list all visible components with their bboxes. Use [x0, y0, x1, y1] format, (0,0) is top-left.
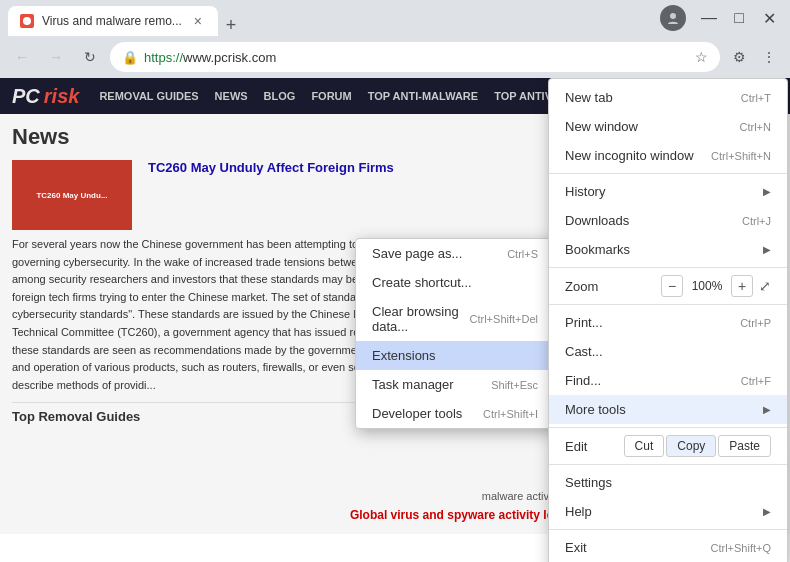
menu-find-shortcut: Ctrl+F [741, 375, 771, 387]
menu-print-label: Print... [565, 315, 603, 330]
extensions-icon[interactable]: ⚙ [726, 44, 752, 70]
article-header-text: TC260 May Unduly Affect Foreign Firms [148, 160, 394, 230]
ctx-task-shortcut: Shift+Esc [491, 379, 538, 391]
nav-forum[interactable]: FORUM [311, 90, 351, 102]
menu-new-window-shortcut: Ctrl+N [740, 121, 771, 133]
site-logo[interactable]: PCrisk [12, 85, 79, 108]
cut-button[interactable]: Cut [624, 435, 665, 457]
menu-print-shortcut: Ctrl+P [740, 317, 771, 329]
menu-zoom-row: Zoom − 100% + ⤢ [549, 271, 787, 301]
logo-pc: PC [12, 85, 40, 108]
ctx-create-shortcut-label: Create shortcut... [372, 275, 472, 290]
ctx-dev-tools-label: Developer tools [372, 406, 462, 421]
ctx-developer-tools[interactable]: Developer tools Ctrl+Shift+I [356, 399, 554, 428]
zoom-controls: − 100% + ⤢ [661, 275, 771, 297]
ctx-clear-browsing[interactable]: Clear browsing data... Ctrl+Shift+Del [356, 297, 554, 341]
menu-bookmarks[interactable]: Bookmarks ▶ [549, 235, 787, 264]
menu-new-tab[interactable]: New tab Ctrl+T [549, 83, 787, 112]
menu-downloads[interactable]: Downloads Ctrl+J [549, 206, 787, 235]
menu-downloads-label: Downloads [565, 213, 629, 228]
url-scheme: https:// [144, 50, 183, 65]
menu-exit[interactable]: Exit Ctrl+Shift+Q [549, 533, 787, 562]
ctx-task-manager[interactable]: Task manager Shift+Esc [356, 370, 554, 399]
ctx-task-manager-label: Task manager [372, 377, 454, 392]
menu-downloads-shortcut: Ctrl+J [742, 215, 771, 227]
menu-bookmarks-arrow: ▶ [763, 244, 771, 255]
article-image: TC260 May Undu... [12, 160, 132, 230]
copy-button[interactable]: Copy [666, 435, 716, 457]
menu-sep-5 [549, 464, 787, 465]
menu-sep-4 [549, 427, 787, 428]
ctx-extensions[interactable]: Extensions [356, 341, 554, 370]
bookmark-star-icon[interactable]: ☆ [695, 49, 708, 65]
zoom-out-button[interactable]: − [661, 275, 683, 297]
logo-risk: risk [44, 85, 80, 108]
ctx-clear-browsing-label: Clear browsing data... [372, 304, 470, 334]
virus-activity-title: Global virus and spyware activity level [350, 508, 570, 522]
nav-news[interactable]: NEWS [215, 90, 248, 102]
svg-point-0 [23, 17, 31, 25]
menu-zoom-label: Zoom [565, 279, 655, 294]
url-domain: www.pcrisk.com [183, 50, 276, 65]
lock-icon: 🔒 [122, 50, 138, 65]
zoom-in-button[interactable]: + [731, 275, 753, 297]
forward-button[interactable]: → [42, 43, 70, 71]
profile-button[interactable] [660, 5, 686, 31]
menu-incognito-shortcut: Ctrl+Shift+N [711, 150, 771, 162]
nav-removal-guides[interactable]: REMOVAL GUIDES [99, 90, 198, 102]
menu-cast[interactable]: Cast... [549, 337, 787, 366]
address-bar: ← → ↻ 🔒 https://www.pcrisk.com ☆ ⚙ ⋮ [0, 36, 790, 78]
menu-find-label: Find... [565, 373, 601, 388]
ctx-save-page-shortcut: Ctrl+S [507, 248, 538, 260]
ctx-dev-shortcut: Ctrl+Shift+I [483, 408, 538, 420]
menu-settings[interactable]: Settings [549, 468, 787, 497]
menu-help[interactable]: Help ▶ [549, 497, 787, 526]
more-options-icon[interactable]: ⋮ [756, 44, 782, 70]
ctx-create-shortcut[interactable]: Create shortcut... [356, 268, 554, 297]
menu-sep-3 [549, 304, 787, 305]
reload-button[interactable]: ↻ [76, 43, 104, 71]
maximize-button[interactable]: □ [726, 5, 752, 31]
menu-history-label: History [565, 184, 605, 199]
ctx-extensions-label: Extensions [372, 348, 436, 363]
url-bar[interactable]: 🔒 https://www.pcrisk.com ☆ [110, 42, 720, 72]
article-image-text: TC260 May Undu... [34, 189, 109, 202]
minimize-button[interactable]: — [696, 5, 722, 31]
menu-exit-shortcut: Ctrl+Shift+Q [710, 542, 771, 554]
menu-new-window[interactable]: New window Ctrl+N [549, 112, 787, 141]
ctx-clear-shortcut: Ctrl+Shift+Del [470, 313, 538, 325]
nav-top-antimalware[interactable]: TOP ANTI-MALWARE [368, 90, 478, 102]
article-title[interactable]: TC260 May Unduly Affect Foreign Firms [148, 160, 394, 175]
menu-more-tools-label: More tools [565, 402, 626, 417]
tab-strip: Virus and malware remo... × + [8, 0, 660, 36]
browser-window: Virus and malware remo... × + — □ ✕ ← [0, 0, 790, 562]
menu-print[interactable]: Print... Ctrl+P [549, 308, 787, 337]
ctx-save-page[interactable]: Save page as... Ctrl+S [356, 239, 554, 268]
menu-exit-label: Exit [565, 540, 587, 555]
context-menu: Save page as... Ctrl+S Create shortcut..… [355, 238, 555, 429]
article-header: TC260 May Undu... TC260 May Unduly Affec… [12, 160, 588, 230]
menu-find[interactable]: Find... Ctrl+F [549, 366, 787, 395]
menu-sep-2 [549, 267, 787, 268]
active-tab[interactable]: Virus and malware remo... × [8, 6, 218, 36]
tab-favicon [20, 14, 34, 28]
menu-bookmarks-label: Bookmarks [565, 242, 630, 257]
menu-sep-6 [549, 529, 787, 530]
menu-incognito-label: New incognito window [565, 148, 694, 163]
back-button[interactable]: ← [8, 43, 36, 71]
tab-close-button[interactable]: × [190, 13, 206, 29]
menu-history[interactable]: History ▶ [549, 177, 787, 206]
tab-title: Virus and malware remo... [42, 14, 182, 28]
nav-blog[interactable]: BLOG [264, 90, 296, 102]
zoom-fullscreen-button[interactable]: ⤢ [759, 278, 771, 294]
menu-incognito[interactable]: New incognito window Ctrl+Shift+N [549, 141, 787, 170]
menu-edit-label: Edit [565, 439, 616, 454]
menu-more-tools[interactable]: More tools ▶ [549, 395, 787, 424]
close-button[interactable]: ✕ [756, 5, 782, 31]
menu-more-tools-arrow: ▶ [763, 404, 771, 415]
menu-help-arrow: ▶ [763, 506, 771, 517]
new-tab-button[interactable]: + [218, 15, 245, 36]
menu-new-tab-label: New tab [565, 90, 613, 105]
paste-button[interactable]: Paste [718, 435, 771, 457]
menu-edit-row: Edit Cut Copy Paste [549, 431, 787, 461]
